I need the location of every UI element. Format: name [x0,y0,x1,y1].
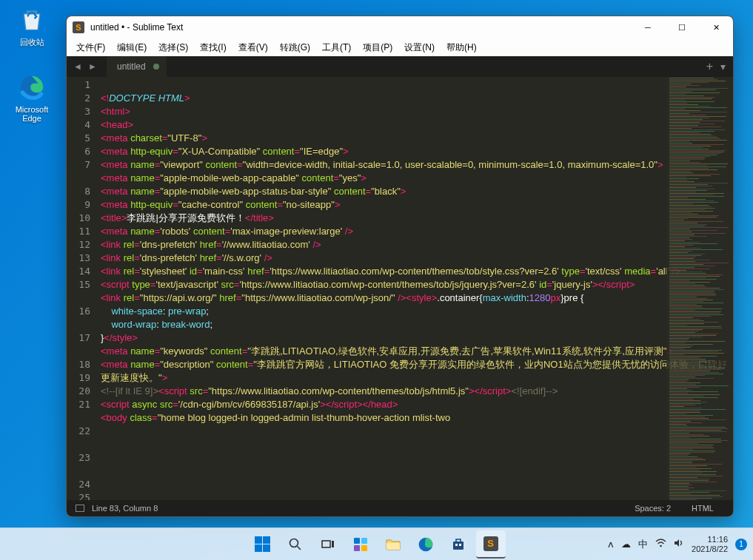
svg-rect-10 [386,543,400,550]
svg-rect-12 [453,542,463,550]
menubar: 文件(F)编辑(E)选择(S)查找(I)查看(V)转跳(G)工具(T)项目(P)… [67,38,733,56]
maximize-button[interactable]: ☐ [665,16,699,38]
ime-indicator[interactable]: 中 [638,538,648,551]
svg-rect-14 [459,544,461,546]
minimize-button[interactable]: ─ [631,16,665,38]
svg-rect-13 [455,544,458,546]
onedrive-icon[interactable]: ☁ [621,539,631,550]
window-title: untitled • - Sublime Text [90,22,183,33]
menu-item[interactable]: 查看(V) [233,40,273,55]
indentation-button[interactable]: Spaces: 2 [624,504,681,513]
code-editor[interactable]: <!DOCTYPE HTML><html><head><meta charset… [98,77,733,500]
file-explorer-button[interactable] [378,530,408,559]
sublime-taskbar-button[interactable]: S [476,530,506,559]
task-view-button[interactable] [313,530,343,559]
svg-rect-9 [361,545,367,551]
panel-switcher-icon[interactable] [76,505,84,512]
syntax-button[interactable]: HTML [681,504,724,513]
menu-item[interactable]: 选择(S) [153,40,193,55]
tab-nav-back-icon[interactable]: ◄ [71,60,84,73]
edge-icon [17,72,47,102]
volume-icon[interactable] [674,539,684,550]
taskbar: S ʌ ☁ 中 11:16 2021/8/22 1 [0,527,753,560]
menu-item[interactable]: 查找(I) [195,40,231,55]
dirty-indicator-icon [153,64,159,70]
store-button[interactable] [444,530,473,559]
cursor-position[interactable]: Line 83, Column 8 [92,504,158,513]
menu-item[interactable]: 转跳(G) [275,40,315,55]
edge-taskbar-button[interactable] [411,530,441,559]
widgets-button[interactable] [346,530,375,559]
new-tab-button[interactable]: + [702,60,717,73]
tray-chevron-icon[interactable]: ʌ [608,539,614,550]
menu-item[interactable]: 项目(P) [358,40,398,55]
wifi-icon[interactable] [655,539,666,550]
svg-rect-6 [354,538,360,544]
close-button[interactable]: ✕ [699,16,733,38]
recycle-bin-icon [17,4,47,34]
menu-item[interactable]: 工具(T) [317,40,356,55]
desktop-icon-label: Microsoft Edge [6,105,58,123]
editor-tab[interactable]: untitled [107,56,167,77]
menu-item[interactable]: 帮助(H) [441,40,482,55]
minimap[interactable] [666,77,733,500]
desktop-icon-label: 回收站 [6,37,58,48]
svg-rect-8 [354,545,360,551]
desktop-icon-recycle-bin[interactable]: 回收站 [6,4,58,48]
time: 11:16 [692,535,728,544]
menu-item[interactable]: 编辑(E) [112,40,152,55]
svg-line-3 [297,546,301,550]
tabbar: ◄ ► untitled + ▾ [67,56,733,77]
svg-rect-5 [332,541,334,547]
titlebar[interactable]: S untitled • - Sublime Text ─ ☐ ✕ [67,16,733,38]
statusbar: Line 83, Column 8 Spaces: 2 HTML [67,500,733,516]
tab-nav-forward-icon[interactable]: ► [86,60,99,73]
start-button[interactable] [248,530,278,559]
menu-item[interactable]: 设置(N) [399,40,440,55]
sublime-text-window: S untitled • - Sublime Text ─ ☐ ✕ 文件(F)编… [66,16,734,517]
desktop-icon-edge[interactable]: Microsoft Edge [6,72,58,123]
clock[interactable]: 11:16 2021/8/22 [692,535,728,554]
line-gutter[interactable]: 1 2 3 4 5 6 7 8 9 10 11 12 13 14 15 16 1… [67,77,98,500]
app-icon: S [73,21,84,33]
tab-label: untitled [117,61,146,72]
svg-rect-4 [322,541,330,547]
date: 2021/8/22 [692,544,728,554]
search-button[interactable] [281,530,310,559]
svg-point-2 [290,539,298,547]
menu-item[interactable]: 文件(F) [71,40,110,55]
tab-menu-button[interactable]: ▾ [717,61,729,72]
svg-rect-7 [361,538,367,544]
notification-badge[interactable]: 1 [735,539,747,550]
svg-point-15 [660,545,662,547]
